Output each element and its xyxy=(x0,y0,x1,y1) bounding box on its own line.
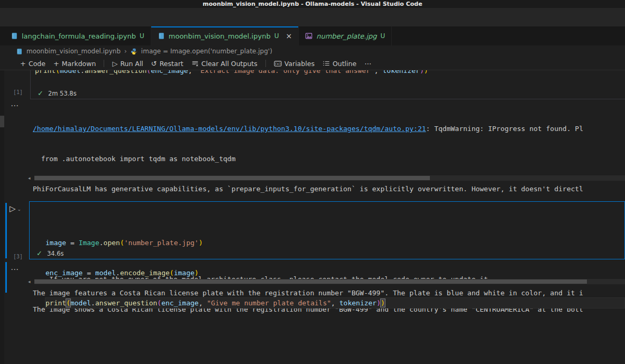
token: answer_question xyxy=(85,70,146,74)
token: open xyxy=(104,239,120,247)
output-more-icon[interactable]: ⋯ xyxy=(11,265,19,274)
token: model xyxy=(60,70,80,74)
notebook-icon xyxy=(158,32,165,40)
window-title: moonbim_vision_model.ipynb - Ollama-mode… xyxy=(203,1,422,7)
notebook-icon xyxy=(16,48,23,55)
output-2-horizontal-scrollbar[interactable] xyxy=(34,279,625,284)
breadcrumb-symbol[interactable]: image = Image.open('number_plate.jpg') xyxy=(141,48,272,55)
code-cell-1[interactable]: print(model.answer_question(enc_image, "… xyxy=(30,70,625,99)
run-icon: ▷ xyxy=(112,60,117,68)
output-line: /home/himalay/Documents/LEARNING/Ollama-… xyxy=(33,124,625,134)
output-line: from .autonotebook import tqdm as notebo… xyxy=(33,154,625,164)
add-code-cell-button[interactable]: + Code xyxy=(20,60,45,68)
button-label: Code xyxy=(29,60,45,68)
git-untracked-badge: U xyxy=(140,32,144,40)
close-icon[interactable]: × xyxy=(286,32,292,40)
plus-icon: + xyxy=(20,60,26,68)
code-line[interactable]: print(model.answer_question(enc_image, "… xyxy=(31,70,625,76)
header-band xyxy=(0,8,625,26)
token: : TqdmWarning: IProgress not found. Pl xyxy=(426,125,583,133)
plus-icon: + xyxy=(53,60,59,68)
toolbar-more-button[interactable]: ⋯ xyxy=(364,60,371,68)
output-more-icon[interactable]: ⋯ xyxy=(11,101,19,110)
token: , xyxy=(374,70,383,74)
cell-duration: 34.6s xyxy=(47,250,64,257)
code-cell-2[interactable]: image = Image.open('number_plate.jpg') e… xyxy=(29,201,625,259)
token: ( xyxy=(120,239,124,247)
execution-count: [1] xyxy=(13,89,23,95)
token: , xyxy=(188,70,197,74)
button-label: Restart xyxy=(160,60,183,68)
button-label: Clear All Outputs xyxy=(201,60,258,68)
image-icon xyxy=(305,32,312,40)
token: image xyxy=(45,239,66,247)
code-line[interactable]: image = Image.open('number_plate.jpg') xyxy=(45,238,624,248)
token: ) xyxy=(424,70,428,74)
output-line: PhiForCausalLM has generative capabiliti… xyxy=(33,184,625,194)
token: = xyxy=(66,239,78,247)
output-link[interactable]: /home/himalay/Documents/LEARNING/Ollama-… xyxy=(33,125,426,133)
focused-output-indicator xyxy=(5,262,7,293)
focused-cell-indicator xyxy=(5,203,7,258)
token: . xyxy=(80,70,85,74)
window-titlebar: moonbim_vision_model.ipynb - Ollama-mode… xyxy=(0,0,625,8)
cell-1-status: ✓ 2m 53.8s xyxy=(38,89,77,97)
output-line: The image features a Costa Rican license… xyxy=(33,288,625,298)
token: Image xyxy=(79,239,99,247)
token: ) xyxy=(420,70,424,74)
tab-label: langchain_formula_reading.ipynb xyxy=(22,32,136,40)
scroll-left-arrow-icon[interactable]: ◂ xyxy=(28,279,31,284)
execution-count: [3] xyxy=(13,254,23,259)
editor-tab-strip: langchain_formula_reading.ipynb U moonbi… xyxy=(0,26,625,45)
svg-text:(x): (x) xyxy=(274,62,281,66)
notebook-toolbar: + Code + Markdown ▷ Run All ↺ Restart Cl… xyxy=(0,57,625,70)
token: "Extract image data: only give that answ… xyxy=(196,70,374,74)
git-untracked-badge: U xyxy=(381,32,385,40)
run-cell-button[interactable]: ▷ ⌄ xyxy=(10,204,21,213)
restart-icon: ↺ xyxy=(151,60,157,68)
token: ( xyxy=(146,70,151,74)
button-label: Run All xyxy=(120,60,143,68)
token: ) xyxy=(199,239,203,247)
variables-button[interactable]: (x) Variables xyxy=(274,60,315,68)
token: tokenizer xyxy=(382,70,419,74)
variables-icon: (x) xyxy=(274,60,282,68)
left-gutter xyxy=(0,70,4,364)
token: . xyxy=(99,239,104,247)
run-all-button[interactable]: ▷ Run All xyxy=(112,60,143,68)
tab-label: number_plate.jpg xyxy=(316,32,376,40)
clear-outputs-icon xyxy=(191,60,199,67)
button-label: Variables xyxy=(284,60,315,68)
tab-langchain-formula-reading[interactable]: langchain_formula_reading.ipynb U xyxy=(4,26,151,45)
scrollbar-thumb[interactable] xyxy=(34,279,587,284)
cell-2-status: ✓ 34.6s xyxy=(36,249,64,257)
notebook-icon xyxy=(11,32,18,40)
token: ( xyxy=(56,70,60,74)
breadcrumb: moonbim_vision_model.ipynb › image = Ima… xyxy=(0,45,625,57)
output-1-horizontal-scrollbar[interactable] xyxy=(34,175,625,181)
git-untracked-badge: U xyxy=(274,32,279,40)
clear-all-outputs-button[interactable]: Clear All Outputs xyxy=(191,60,258,68)
cell-2-output: The image features a Costa Rican license… xyxy=(33,268,625,318)
token: enc_image xyxy=(151,70,188,74)
tab-number-plate-jpg[interactable]: number_plate.jpg U xyxy=(299,26,392,45)
outline-icon xyxy=(323,60,330,67)
restart-button[interactable]: ↺ Restart xyxy=(151,60,183,68)
toolbar-separator xyxy=(265,60,266,67)
button-label: Outline xyxy=(333,60,356,68)
tab-moonbim-vision-model[interactable]: moonbim_vision_model.ipynb U × xyxy=(151,26,299,45)
breadcrumb-file[interactable]: moonbim_vision_model.ipynb xyxy=(26,48,121,55)
run-icon: ▷ xyxy=(10,204,16,213)
success-check-icon: ✓ xyxy=(38,89,43,97)
outline-button[interactable]: Outline xyxy=(323,60,356,68)
token: print xyxy=(35,70,56,74)
scrollbar-thumb[interactable] xyxy=(34,176,430,180)
scroll-indicator[interactable] xyxy=(0,116,4,127)
scroll-left-arrow-icon[interactable]: ◂ xyxy=(28,175,31,181)
button-label: Markdown xyxy=(62,60,96,68)
success-check-icon: ✓ xyxy=(36,249,42,257)
chevron-right-icon: › xyxy=(124,48,127,55)
python-icon xyxy=(131,48,137,55)
more-icon: ⋯ xyxy=(364,60,371,68)
add-markdown-cell-button[interactable]: + Markdown xyxy=(53,60,96,68)
